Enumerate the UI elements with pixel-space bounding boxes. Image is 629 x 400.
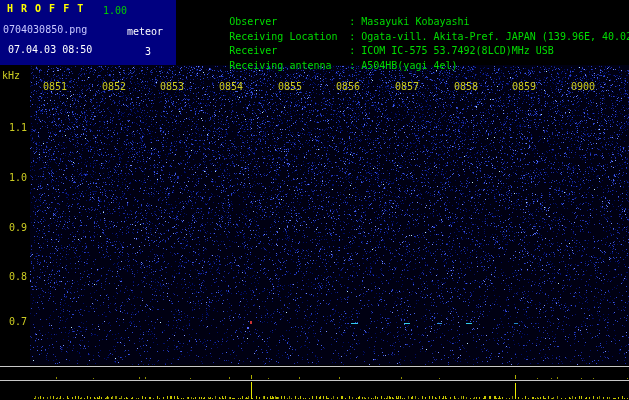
meteor-count: 3 [145, 46, 151, 57]
info-label: Observer [229, 16, 349, 27]
info-label: Receiving Location [229, 31, 349, 42]
time-label: 0857 [395, 81, 419, 92]
info-label: Receiving antenna [229, 60, 349, 71]
app-title: H R O F F T [7, 3, 84, 14]
station-info-row: Observer: Masayuki Kobayashi [181, 5, 629, 20]
freq-label: 0.7 [1, 316, 27, 327]
observation-datetime: 07.04.03 08:50 [8, 44, 92, 55]
freq-label: 0.8 [1, 271, 27, 282]
time-label: 0854 [219, 81, 243, 92]
info-value: : ICOM IC-575 53.7492(8LCD)MHz USB [349, 45, 554, 56]
info-value: : Ogata-vill. Akita-Pref. JAPAN (139.96E… [349, 31, 629, 42]
mode-label: meteor [127, 26, 163, 37]
time-label: 0858 [454, 81, 478, 92]
time-label: 0855 [278, 81, 302, 92]
time-label: 0859 [512, 81, 536, 92]
freq-label: 0.9 [1, 222, 27, 233]
info-label: Receiver [229, 45, 349, 56]
station-info-panel: Observer: Masayuki Kobayashi Receiving L… [176, 0, 629, 65]
time-label: 0853 [160, 81, 184, 92]
freq-label: 1.0 [1, 172, 27, 183]
header: H R O F F T 1.00 0704030850.png meteor 0… [0, 0, 629, 65]
header-left-panel: H R O F F T 1.00 0704030850.png meteor 0… [0, 0, 176, 65]
time-label: 0900 [571, 81, 595, 92]
freq-label: 1.1 [1, 122, 27, 133]
time-label: 0851 [43, 81, 67, 92]
info-value: : Masayuki Kobayashi [349, 16, 469, 27]
output-filename: 0704030850.png [3, 24, 87, 35]
app-version: 1.00 [103, 5, 127, 16]
time-label: 0852 [102, 81, 126, 92]
hrofft-screenshot: kHz 0851 0852 0853 0854 0855 0856 0857 0… [0, 0, 629, 400]
y-axis-unit: kHz [2, 70, 20, 81]
time-label: 0856 [336, 81, 360, 92]
info-value: : A504HB(yagi 4el) [349, 60, 457, 71]
